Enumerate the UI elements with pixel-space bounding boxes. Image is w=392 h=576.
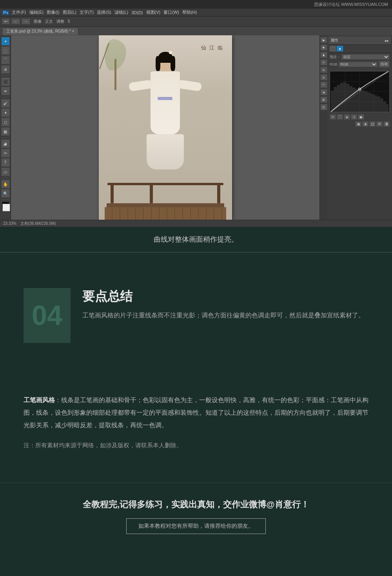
toolbar-btn-3[interactable]: → bbox=[22, 18, 30, 24]
bridge-area bbox=[99, 180, 232, 220]
channel-label: RGB bbox=[330, 62, 338, 66]
properties-label: 属性 bbox=[330, 38, 338, 43]
tool-brush[interactable]: 🖌 bbox=[1, 99, 10, 108]
ps-canvas-area: 临江仙 bbox=[11, 35, 319, 220]
tool-crop[interactable]: ⬛ bbox=[1, 77, 10, 86]
w-sleeve-left bbox=[129, 80, 153, 91]
menu-3d[interactable]: 3D(D) bbox=[131, 10, 143, 15]
right-icon-8[interactable]: ◈ bbox=[320, 89, 327, 95]
menu-edit[interactable]: 编辑(E) bbox=[29, 9, 44, 15]
right-icon-4[interactable]: ≡ bbox=[320, 59, 327, 66]
auto-button[interactable]: 自动 bbox=[379, 61, 390, 67]
right-icon-1[interactable]: ▶ bbox=[320, 37, 327, 43]
w-hair-flower bbox=[169, 51, 172, 54]
tool-move[interactable]: ✦ bbox=[1, 37, 10, 46]
curves-tool-a[interactable]: ✏ bbox=[330, 114, 336, 120]
ps-tab-active[interactable]: 工笔美.psd @ 23.3% (曲线, RGB/8) * × bbox=[2, 27, 78, 35]
ps-status-bar: 23.33% 文档(38.6M/226.5M) bbox=[0, 220, 392, 227]
curves-eyedropper-row: ◼ ◈ ◻ ↺ 🗑 bbox=[328, 120, 391, 128]
curves-tool-b[interactable]: ⌒ bbox=[337, 114, 343, 120]
toolbar-text-label: 正文 bbox=[45, 19, 53, 24]
eyedropper-white[interactable]: ◻ bbox=[369, 121, 376, 127]
menu-view[interactable]: 视图(V) bbox=[146, 9, 161, 15]
ps-right-icon-strip: ▶ ✸ ♟ ≡ A A ⌗ ◈ ⊞ ⊡ bbox=[319, 35, 327, 220]
tool-dodge[interactable]: ◕ bbox=[1, 139, 10, 148]
w-sleeve-right bbox=[178, 80, 202, 91]
doc-info: 文档(38.6M/226.5M) bbox=[20, 221, 56, 226]
ps-canvas-image: 临江仙 bbox=[99, 35, 232, 220]
right-icon-3[interactable]: ♟ bbox=[320, 52, 327, 58]
right-icon-2[interactable]: ✸ bbox=[320, 44, 327, 51]
curves-tool-e[interactable]: ▣ bbox=[358, 114, 364, 120]
right-icon-7[interactable]: ⌗ bbox=[320, 82, 327, 88]
ps-screenshot: Ps 文件(F) 编辑(E) 图像(I) 图层(L) 文字(T) 选择(S) 滤… bbox=[0, 9, 392, 227]
menu-image[interactable]: 图像(I) bbox=[47, 9, 59, 15]
menu-help[interactable]: 帮助(H) bbox=[182, 9, 197, 15]
w-sash bbox=[158, 97, 172, 100]
right-icon-10[interactable]: ⊡ bbox=[320, 104, 327, 110]
tool-shape[interactable]: ▭ bbox=[1, 168, 10, 176]
ps-right-area: ▶ ✸ ♟ ≡ A A ⌗ ◈ ⊞ ⊡ 属性 ▸▸ ⌒ ◈ bbox=[319, 35, 392, 220]
tool-zoom[interactable]: 🔍 bbox=[1, 189, 10, 198]
body-highlight: 工笔画风格 bbox=[24, 397, 55, 403]
ps-caption-text: 曲线对整体画面稍作提亮。 bbox=[154, 235, 238, 243]
footer-section: 全教程完,记得多练习，实践出真知，交作业微博@肖意行！ 如果本教程对您有所帮助，… bbox=[0, 483, 392, 550]
right-icon-5[interactable]: A bbox=[320, 67, 327, 73]
svg-rect-23 bbox=[383, 102, 386, 112]
menu-filter[interactable]: 滤镜(L) bbox=[114, 9, 128, 15]
menu-window[interactable]: 窗口(W) bbox=[163, 9, 179, 15]
svg-rect-12 bbox=[349, 86, 352, 112]
note-text: 注：所有素材均来源于网络，如涉及版权，请联系本人删除。 bbox=[24, 439, 368, 451]
body-text-section: 工笔画风格：线条是工笔画的基础和骨干；色彩以固有色为主，一般设色明快，高雅，有统… bbox=[0, 378, 392, 467]
svg-rect-15 bbox=[359, 90, 362, 112]
willow-leaf bbox=[105, 39, 126, 71]
watermark-text: 思缘设计论坛 WWW.MISSYUAN.COM bbox=[314, 2, 388, 7]
eyedropper-extra[interactable]: ↺ bbox=[376, 121, 383, 127]
eyedropper-gray[interactable]: ◈ bbox=[362, 121, 368, 127]
menu-text[interactable]: 文字(T) bbox=[80, 9, 94, 15]
curves-graph bbox=[330, 71, 390, 112]
curves-tab-active[interactable]: ◈ bbox=[337, 46, 343, 51]
background-color[interactable] bbox=[2, 204, 10, 211]
tool-eyedropper[interactable]: ✒ bbox=[1, 87, 10, 95]
svg-rect-10 bbox=[343, 82, 346, 112]
curves-tool-c[interactable]: ◈ bbox=[344, 114, 350, 120]
preset-select[interactable]: 自定 bbox=[341, 54, 390, 60]
tool-eraser[interactable]: ◻ bbox=[1, 118, 10, 126]
eyedropper-black[interactable]: ◼ bbox=[355, 121, 361, 127]
right-icon-9[interactable]: ⊞ bbox=[320, 97, 327, 103]
ps-menubar[interactable]: Ps 文件(F) 编辑(E) 图像(I) 图层(L) 文字(T) 选择(S) 滤… bbox=[0, 9, 392, 16]
tool-lasso[interactable]: ⌒ bbox=[1, 56, 10, 64]
tool-hand[interactable]: ✋ bbox=[1, 180, 10, 188]
svg-rect-21 bbox=[377, 97, 380, 112]
ps-curves-panel-container: 属性 ▸▸ ⌒ ◈ 预设： 自定 RGB bbox=[327, 35, 392, 220]
right-icon-6[interactable]: A bbox=[320, 74, 327, 80]
body-text-content: ：线条是工笔画的基础和骨干；色彩以固有色为主，一般设色明快，高雅，有统一的色彩；… bbox=[24, 397, 368, 428]
tool-text[interactable]: T bbox=[1, 158, 10, 167]
section-content: 要点总结 工笔画风格的片子注重线条而不注重光影；调色方面往偏黄的色调走即可，然后… bbox=[82, 288, 368, 321]
svg-rect-8 bbox=[337, 85, 340, 112]
footer-main-text: 全教程完,记得多练习，实践出真知，交作业微博@肖意行！ bbox=[8, 499, 384, 510]
body-paragraph-1: 工笔画风格：线条是工笔画的基础和骨干；色彩以固有色为主，一般设色明快，高雅，有统… bbox=[24, 394, 368, 432]
toolbar-btn-1[interactable]: ↩ bbox=[2, 18, 10, 24]
tool-separator-1 bbox=[2, 75, 9, 76]
menu-layer[interactable]: 图层(L) bbox=[63, 9, 76, 15]
channel-select[interactable]: RGB bbox=[339, 62, 377, 67]
woman-figure bbox=[136, 55, 195, 170]
tool-pen[interactable]: ✏ bbox=[1, 149, 10, 157]
curves-svg bbox=[330, 71, 389, 112]
curves-tool-d[interactable]: ⊹ bbox=[351, 114, 357, 120]
tool-gradient[interactable]: ▦ bbox=[1, 127, 10, 136]
tool-magic-wand[interactable]: ✲ bbox=[1, 65, 10, 74]
menu-select[interactable]: 选择(S) bbox=[97, 9, 111, 15]
toolbar-adjust-label: 调整 bbox=[56, 19, 64, 24]
curves-tab-curves[interactable]: ⌒ bbox=[330, 46, 336, 51]
spacer-2 bbox=[0, 363, 392, 378]
toolbar-btn-2[interactable]: ← bbox=[11, 18, 20, 24]
eyedropper-delete[interactable]: 🗑 bbox=[383, 121, 390, 127]
tool-separator-4 bbox=[2, 178, 9, 178]
properties-expand[interactable]: ▸▸ bbox=[385, 38, 389, 43]
menu-file[interactable]: 文件(F) bbox=[12, 9, 26, 15]
tool-clone[interactable]: ✦ bbox=[1, 108, 10, 117]
tool-marquee[interactable]: ⬚ bbox=[1, 46, 10, 55]
